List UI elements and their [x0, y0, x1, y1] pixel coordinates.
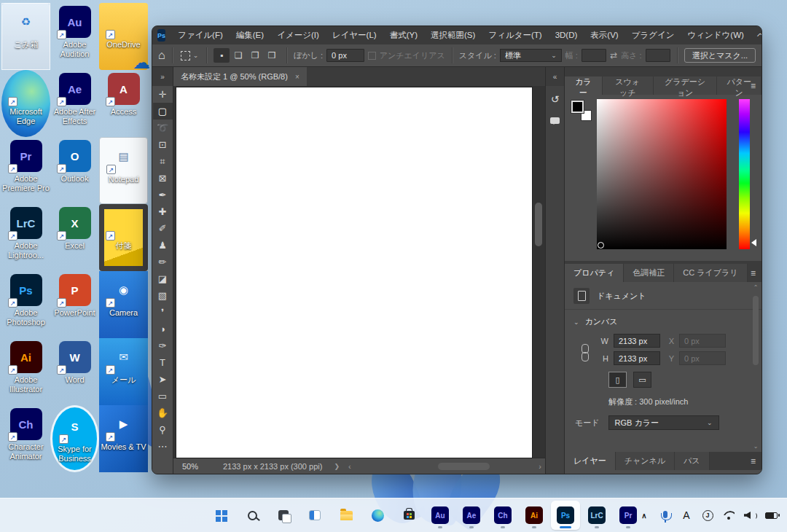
tab-gradients[interactable]: グラデーション [654, 77, 718, 95]
home-icon[interactable]: ⌂ [158, 49, 165, 62]
landscape-orientation-button[interactable]: ▭ [633, 372, 651, 388]
new-selection-mode[interactable]: ▪ [214, 48, 230, 63]
scroll-right-icon[interactable]: › [539, 462, 541, 471]
powerpoint[interactable]: P ↗ PowerPoint [50, 271, 99, 338]
frame-tool[interactable]: ⊠ [153, 170, 173, 187]
feather-input[interactable]: 0 px [326, 49, 364, 62]
tab-cc-libraries[interactable]: CC ライブラリ [674, 264, 747, 282]
panel-menu-icon[interactable]: ≡ [751, 77, 756, 95]
hue-slider-marker[interactable] [748, 239, 756, 246]
edge-button[interactable] [363, 501, 392, 530]
height-input[interactable] [646, 49, 670, 62]
search-button[interactable] [238, 501, 267, 530]
select-and-mask-button[interactable]: 選択とマスク... [684, 48, 756, 63]
menu-select[interactable]: 選択範囲(S) [424, 26, 482, 44]
access[interactable]: A ↗ Access [99, 70, 148, 137]
antialias-checkbox[interactable] [368, 52, 376, 60]
menu-plugins[interactable]: プラグイン [625, 26, 681, 44]
object-selection-tool[interactable]: ⊡ [153, 136, 173, 153]
taskbar-audition[interactable]: Au [426, 501, 455, 530]
panel-scrollbar[interactable]: ⌃ ⌄ [751, 283, 760, 450]
widgets-button[interactable] [300, 501, 329, 530]
tab-color[interactable]: カラー [565, 77, 603, 95]
tab-layers[interactable]: レイヤー [565, 452, 616, 470]
taskbar-character-animator[interactable]: Ch [488, 501, 517, 530]
swap-dimensions-icon[interactable]: ⇄ [610, 50, 617, 60]
vertical-scrollbar[interactable] [534, 89, 543, 455]
skype[interactable]: S ↗ Skype for Business [50, 405, 99, 472]
camera[interactable]: ◉ ↗ Camera [99, 271, 148, 338]
sticky-notes[interactable]: ↗ 付箋 [99, 204, 148, 271]
outlook[interactable]: O ↗ Outlook [50, 137, 99, 204]
menu-type[interactable]: 書式(Y) [383, 26, 424, 44]
horizontal-scrollbar[interactable]: ‹ › [348, 462, 541, 471]
eraser-tool[interactable]: ◪ [153, 270, 173, 287]
blur-tool[interactable]: ❜ [153, 304, 173, 321]
scroll-up-icon[interactable]: ⌃ [753, 283, 759, 292]
canvas-width-input[interactable]: 2133 px [614, 334, 660, 348]
dodge-tool[interactable]: ◑ [153, 321, 173, 337]
tab-channels[interactable]: チャンネル [616, 452, 675, 470]
tab-paths[interactable]: パス [675, 452, 710, 470]
shape-tool[interactable]: ▭ [153, 388, 173, 404]
hidden-icons-chevron[interactable]: ∧ [637, 501, 651, 530]
adobe-illustrator[interactable]: Ai ↗ Adobe Illustrator [1, 338, 50, 405]
close-tab-icon[interactable]: × [295, 73, 299, 81]
width-input[interactable] [582, 49, 606, 62]
start-button[interactable] [206, 501, 235, 530]
mail[interactable]: ✉ ↗ メール [99, 338, 148, 405]
tab-swatches[interactable]: スウォッチ [603, 77, 654, 95]
taskbar-photoshop[interactable]: Ps [551, 501, 580, 530]
taskbar-illustrator[interactable]: Ai [520, 501, 549, 530]
volume-icon[interactable] [743, 501, 757, 530]
lasso-tool[interactable]: ➰ [153, 120, 173, 136]
color-field-marker[interactable] [598, 242, 604, 249]
recycle-bin[interactable]: ♻ ごみ箱 [1, 3, 50, 70]
type-tool[interactable]: T [153, 354, 173, 371]
path-selection-tool[interactable]: ➤ [153, 371, 173, 388]
tool-preset-picker[interactable]: ⌄ [179, 50, 200, 62]
vertical-scrollbar-thumb[interactable] [535, 203, 542, 246]
eyedropper-tool[interactable]: ✒ [153, 187, 173, 203]
adobe-after-effects[interactable]: Ae ↗ Adobe After Effects [50, 70, 99, 137]
wifi-icon[interactable] [721, 501, 736, 530]
saturation-brightness-field[interactable] [597, 99, 727, 249]
link-dimensions-icon[interactable] [581, 344, 588, 361]
adobe-audition[interactable]: Au ↗ Adobe Audition [50, 3, 99, 70]
microphone-icon[interactable] [658, 501, 673, 530]
panel-menu-icon[interactable]: ≡ [751, 264, 756, 282]
toolbar-expand-icon[interactable]: » [152, 67, 173, 86]
history-brush-tool[interactable]: ✏ [153, 254, 173, 270]
comments-panel-icon[interactable] [547, 112, 563, 128]
adobe-photoshop[interactable]: Ps ↗ Adobe Photoshop [1, 271, 50, 338]
menu-edit[interactable]: 編集(E) [230, 26, 270, 44]
menu-view[interactable]: 表示(V) [584, 26, 624, 44]
menu-layer[interactable]: レイヤー(L) [326, 26, 383, 44]
portrait-orientation-button[interactable]: ▯ [608, 372, 627, 388]
scroll-left-icon[interactable]: ‹ [348, 462, 351, 471]
move-tool[interactable]: ✛ [153, 86, 173, 103]
foreground-color-swatch[interactable] [571, 101, 584, 113]
hand-tool[interactable]: ✋ [153, 404, 173, 421]
word[interactable]: W ↗ Word [50, 338, 99, 405]
zoom-tool[interactable]: ⚲ [153, 421, 173, 438]
menu-window[interactable]: ウィンドウ(W) [681, 26, 751, 44]
color-mode-select[interactable]: RGB カラー ⌄ [608, 415, 719, 430]
file-explorer-button[interactable] [332, 501, 361, 530]
taskbar-lightroom[interactable]: LrC [582, 501, 611, 530]
adobe-lightroom[interactable]: LrC ↗ Adobe Lightroo... [1, 204, 50, 271]
status-chevron-icon[interactable]: ❯ [334, 463, 340, 470]
history-panel-icon[interactable]: ↺ [547, 91, 563, 107]
ime-mode-a[interactable]: A [679, 501, 694, 530]
zoom-level[interactable]: 50% [173, 462, 216, 471]
tab-properties[interactable]: プロパティ [565, 264, 624, 282]
menu-image[interactable]: イメージ(I) [270, 26, 326, 44]
task-view-button[interactable] [269, 501, 298, 530]
onedrive[interactable]: ↗ OneDrive [99, 3, 148, 70]
add-selection-mode[interactable]: ❏ [230, 48, 246, 63]
menu-filter[interactable]: フィルター(T) [482, 26, 548, 44]
panel-menu-icon[interactable]: ≡ [751, 452, 756, 470]
character-animator[interactable]: Ch ↗ Character Animator [1, 405, 50, 472]
dock-collapse-icon[interactable]: « [546, 67, 564, 86]
canvas[interactable] [176, 87, 532, 458]
